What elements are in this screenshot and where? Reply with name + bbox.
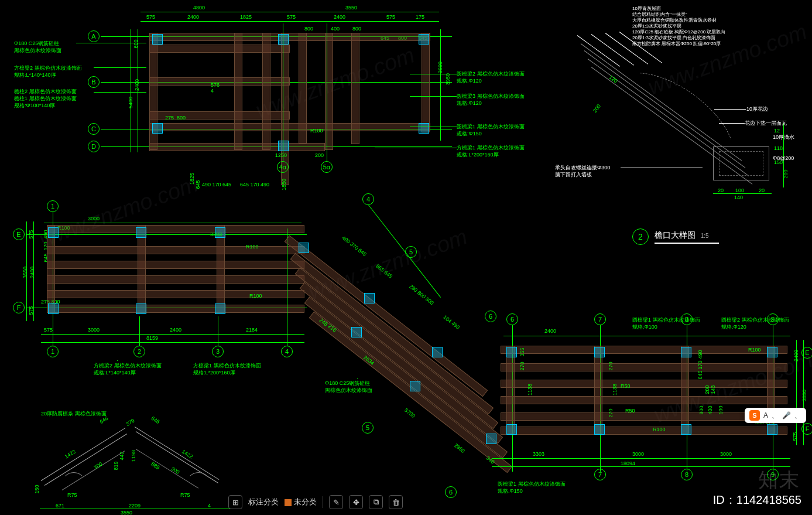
dim: 819 [113,461,119,470]
dim: 645 170 490 [240,182,269,187]
annotation: Φ8@200 [773,155,794,162]
cad-canvas[interactable]: www.znzmo.com www.znzmo.com www.znzmo.co… [0,0,812,515]
beam [506,346,515,434]
view-title: 檐口大样图 [655,230,695,240]
beam [501,346,787,354]
grid-bubble: 4 [362,193,374,205]
grid-bubble: 4α [277,161,289,173]
beam [422,33,430,132]
column [299,243,309,253]
dim: 3550 [801,390,807,401]
category-icon[interactable]: ⊞ [228,495,242,509]
column [136,303,146,314]
dim-line [33,221,34,321]
grid-bubble: 7 [594,313,606,325]
dim: 8159 [146,335,158,341]
dim: 143 [710,385,716,394]
grid-bubble: 6 [506,313,518,325]
radius: R100 [310,128,323,134]
dim: 20 [718,187,724,193]
dim: 3000 [88,327,100,333]
input-assist-bar[interactable]: S A 、 🎤 、 [745,408,806,423]
assist-sep2: 、 [794,411,801,421]
grid-line [139,316,140,346]
delete-button[interactable]: 🗑 [389,495,403,509]
beam [351,33,359,144]
mic-icon[interactable]: 🎤 [782,411,791,419]
grid-line [287,228,287,346]
beam [149,123,430,131]
dim: 118 [774,145,783,151]
dim: 490 370 645 [341,235,368,258]
grid-bubble: 5α [321,161,333,173]
dim: 100 [735,187,744,193]
grid-bubble-b: B [88,76,100,88]
column [278,141,289,151]
leader [357,378,358,379]
leader [375,148,457,148]
column [594,347,605,357]
grid-line [283,23,283,161]
dim: 280 [704,385,710,394]
uncategorized-chip[interactable]: 未分类 [285,497,317,507]
beam [47,261,304,269]
beam [300,282,503,444]
beam [262,33,270,150]
leader [94,67,146,68]
radius: R100 [249,293,262,299]
annotation: Φ180 C25钢筋砼柱 黑棕色仿木纹漆饰面 [14,40,61,54]
dim: 645 [195,180,201,189]
dim: 2400 [544,328,556,334]
leader [621,168,703,168]
assist-sep: 、 [772,411,779,421]
dim: 4800 [193,5,205,11]
dim: 175 [416,14,424,20]
dim-line [138,29,138,152]
grid-bubble-a: A [88,30,100,42]
view-scale: 1:5 [701,233,709,239]
copy-button[interactable]: ⧉ [369,495,383,509]
dim: 4 [208,503,211,509]
dim: 800 [177,115,186,121]
annotation: 檐柱2 黑棕色仿木纹漆饰面 檐柱1 黑棕色仿木纹漆饰面 规格:Φ100*140厚 [14,88,77,109]
edit-button[interactable]: ✎ [329,495,343,509]
beam [290,253,494,414]
column [486,434,496,444]
dim: 1198 [131,450,136,462]
dim: 4 [211,88,214,94]
dim: 645 [222,182,231,187]
grid-bubble: 6 [445,486,457,498]
dim: 400 [707,405,713,414]
grid-bubble-c: C [88,123,100,135]
grid-bubble-e-r: E [801,347,812,359]
leader [410,127,457,127]
dim: 355 [519,347,525,356]
dim: 575 [44,327,53,333]
dim: 164 490 [442,314,461,330]
leader [76,43,146,43]
column [767,347,777,357]
assist-a: A [763,411,768,419]
annotation: 圆檩梁2 黑棕色仿木纹漆饰面 规格:Φ120 [457,70,525,84]
category-label: 标注分类 [248,497,279,507]
dim-line [41,342,304,343]
move-button[interactable]: ✥ [349,495,363,509]
beam [149,33,430,41]
column [351,327,362,337]
grid-bubble: 8 [681,469,693,480]
dim: 1138 [527,384,533,395]
dim: 200 [315,152,324,158]
dim: 18094 [621,461,635,466]
dim-line [492,466,790,467]
column [48,303,59,314]
dim: 3550 [345,5,357,11]
beam [501,427,787,435]
grid-bubble: 5 [362,422,374,434]
grid-bubble: 1 [47,200,59,212]
dim-line [44,223,301,223]
annotation: 方檩梁1 黑棕色仿木纹漆饰面 规格:L*200*160厚 [193,362,261,376]
dim: 3000 [632,451,644,457]
column [278,34,289,45]
dim: 20 [759,187,765,193]
toolbar: ⊞ 标注分类 未分类 ✎ ✥ ⧉ 🗑 [228,495,403,509]
